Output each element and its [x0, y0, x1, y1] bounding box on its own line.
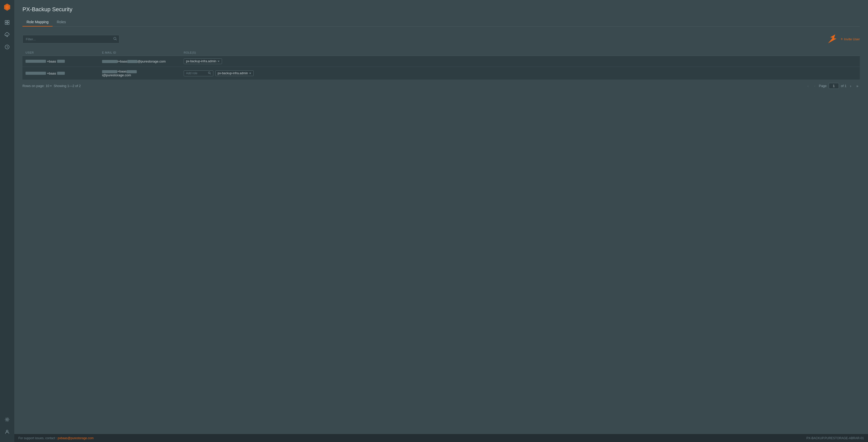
svg-point-11 [209, 72, 210, 73]
sidebar-item-user[interactable] [2, 427, 12, 437]
user-redacted-2b [57, 72, 65, 75]
email-redacted-1b [127, 60, 137, 63]
rows-per-page-selector[interactable]: Rows on page: 10 ▾ [23, 84, 52, 88]
col-user: USER [26, 51, 102, 54]
page-title: PX-Backup Security [23, 6, 860, 13]
prev-page-button[interactable]: ‹ [813, 84, 817, 89]
app-logo [3, 3, 11, 11]
rows-per-page-value: 10 [46, 84, 49, 88]
email-redacted-2b [127, 70, 137, 73]
page-area: PX-Backup Security Role Mapping Roles [14, 0, 868, 434]
toolbar: + Invite User [23, 33, 860, 46]
pagination-right: « ‹ Page of 1 › » [805, 83, 860, 89]
page-label: Page [819, 84, 827, 88]
cell-roles-2: px-backup-infra.admin ✕ [184, 70, 857, 76]
footer-support: For support issues, contact : pxbaas@pur… [19, 436, 94, 440]
svg-rect-3 [7, 21, 9, 22]
main-content: PX-Backup Security Role Mapping Roles [14, 0, 868, 442]
user-redacted-2 [26, 72, 46, 75]
sidebar-bottom [2, 414, 12, 437]
rows-per-page-chevron-icon: ▾ [50, 85, 52, 87]
add-role-search-icon [208, 71, 211, 75]
pagination-left: Rows on page: 10 ▾ Showing 1—2 of 2 [23, 84, 81, 88]
invite-user-area: + Invite User [826, 33, 860, 46]
showing-label: Showing 1—2 of 2 [54, 84, 81, 88]
filter-input-wrap [23, 35, 119, 43]
filter-input[interactable] [23, 35, 119, 43]
remove-role-icon-1[interactable]: ✕ [217, 60, 220, 63]
role-tag-1: px-backup-infra.admin ✕ [184, 58, 222, 64]
svg-point-7 [6, 419, 8, 420]
remove-role-icon-2[interactable]: ✕ [249, 72, 251, 75]
first-page-button[interactable]: « [805, 84, 811, 89]
last-page-button[interactable]: » [855, 84, 860, 89]
tab-roles[interactable]: Roles [53, 18, 70, 27]
table-row: +baas +baas i@purestorage.com [23, 67, 860, 80]
cell-user-2: +baas [26, 71, 102, 75]
table-header: USER E-MAIL ID ROLE(S) [23, 50, 860, 56]
user-redacted-1b [57, 60, 65, 63]
svg-rect-4 [5, 23, 7, 25]
sidebar-item-settings[interactable] [2, 414, 12, 425]
sidebar-item-backup[interactable] [2, 42, 12, 52]
sidebar [0, 0, 14, 442]
of-label: of 1 [841, 84, 846, 88]
arrow-pointer-icon [826, 33, 839, 46]
rows-per-page-label: Rows on page: [23, 84, 45, 88]
user-redacted-1 [26, 60, 46, 63]
sidebar-item-dashboard[interactable] [2, 17, 12, 28]
role-tag-2: px-backup-infra.admin ✕ [215, 70, 254, 76]
page-input[interactable] [829, 83, 839, 89]
email-domain-1: @purestorage.com [137, 59, 166, 63]
email-text-1: i+baas [117, 59, 127, 63]
col-email: E-MAIL ID [102, 51, 184, 54]
invite-user-button[interactable]: + Invite User [841, 37, 860, 41]
add-role-field-2[interactable] [186, 71, 207, 75]
footer-support-email[interactable]: pxbaas@purestorage.com [58, 436, 94, 440]
cell-user-1: +baas [26, 59, 102, 63]
next-page-button[interactable]: › [848, 84, 853, 89]
invite-user-label: Invite User [844, 37, 860, 41]
svg-rect-5 [7, 23, 9, 25]
tabs-bar: Role Mapping Roles [23, 18, 860, 27]
footer-support-text: For support issues, contact : [19, 436, 57, 440]
tab-role-mapping[interactable]: Role Mapping [23, 18, 53, 27]
svg-rect-2 [5, 21, 7, 22]
svg-point-8 [6, 430, 8, 432]
filter-search-icon [113, 37, 117, 41]
add-role-input-2[interactable] [184, 70, 213, 76]
sidebar-nav [2, 17, 12, 414]
role-tag-label-2: px-backup-infra.admin [218, 71, 248, 75]
col-roles: ROLE(S) [184, 51, 857, 54]
table-row: +baas i+baas@purestorage.com px-backup-i… [23, 56, 860, 67]
email-line2-2: i@purestorage.com [102, 73, 184, 77]
pagination-bar: Rows on page: 10 ▾ Showing 1—2 of 2 « ‹ … [23, 80, 860, 92]
user-suffix-1: +baas [47, 59, 56, 63]
cell-email-1: i+baas@purestorage.com [102, 59, 184, 63]
svg-marker-10 [828, 34, 836, 43]
sidebar-item-cloud[interactable] [2, 30, 12, 40]
cell-email-2: +baas i@purestorage.com [102, 69, 184, 77]
invite-user-plus-icon: + [841, 37, 843, 41]
role-tag-label-1: px-backup-infra.admin [186, 59, 216, 63]
users-table: USER E-MAIL ID ROLE(S) +baas i+baas@pure… [23, 50, 860, 80]
user-suffix-2: +baas [47, 71, 56, 75]
footer: For support issues, contact : pxbaas@pur… [14, 434, 868, 442]
email-text-2: +baas [117, 69, 127, 73]
footer-instance-id: PX-BACKUP.PURESTORAGE-ABRAR-01 [806, 436, 864, 440]
cell-roles-1: px-backup-infra.admin ✕ [184, 58, 857, 64]
email-redacted-2a [102, 70, 117, 73]
email-redacted-1a [102, 60, 117, 63]
